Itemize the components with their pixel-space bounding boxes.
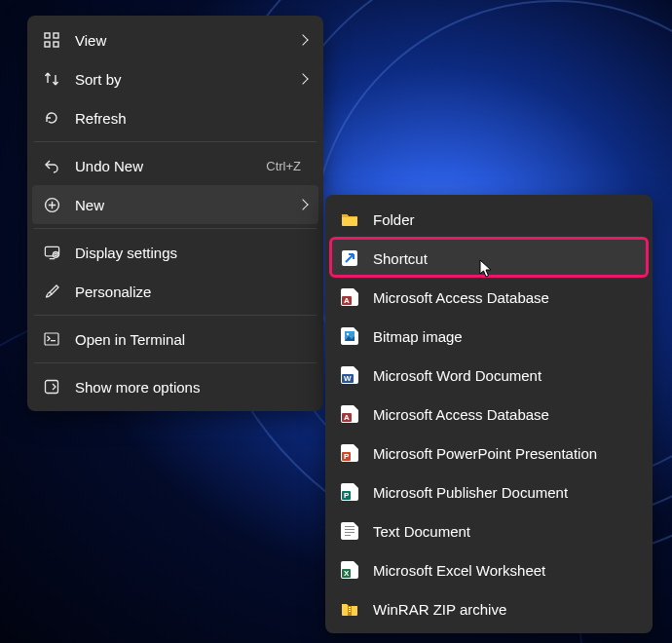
chevron-right-icon (297, 73, 308, 84)
svg-rect-1 (54, 33, 58, 38)
svg-rect-0 (45, 33, 50, 38)
submenu-item-label: Microsoft Access Database (373, 406, 636, 423)
menu-item-new[interactable]: New (32, 185, 318, 224)
svg-rect-20 (349, 609, 351, 610)
menu-item-view[interactable]: View (32, 20, 318, 59)
menu-separator (34, 362, 317, 363)
menu-separator (34, 315, 317, 316)
menu-item-label: View (75, 32, 299, 49)
submenu-item-excel[interactable]: X Microsoft Excel Worksheet (330, 550, 648, 589)
new-submenu: Folder Shortcut A Microsoft Access Datab… (325, 195, 653, 633)
bitmap-icon (340, 326, 359, 346)
svg-rect-16 (345, 532, 355, 533)
submenu-item-bitmap[interactable]: Bitmap image (330, 317, 648, 356)
menu-item-label: Show more options (75, 379, 307, 396)
submenu-item-label: Microsoft PowerPoint Presentation (373, 445, 636, 462)
submenu-item-powerpoint[interactable]: P Microsoft PowerPoint Presentation (330, 434, 648, 473)
menu-item-undo[interactable]: Undo New Ctrl+Z (32, 146, 318, 185)
word-icon: W (340, 365, 359, 385)
sort-icon (42, 69, 61, 89)
svg-rect-3 (54, 42, 58, 47)
grid-icon (42, 30, 61, 50)
menu-item-label: Display settings (75, 245, 307, 261)
menu-item-personalize[interactable]: Personalize (32, 272, 318, 311)
chevron-right-icon (297, 34, 308, 45)
submenu-item-label: Microsoft Access Database (373, 289, 636, 306)
menu-item-label: Undo New (75, 158, 266, 174)
menu-item-show-more[interactable]: Show more options (32, 367, 318, 406)
menu-separator (34, 228, 317, 229)
display-icon (42, 243, 61, 262)
more-icon (42, 377, 61, 397)
submenu-item-label: Microsoft Word Document (373, 367, 636, 384)
excel-icon: X (340, 560, 359, 580)
submenu-item-label: Text Document (373, 523, 636, 540)
submenu-item-label: Bitmap image (373, 328, 636, 345)
submenu-item-label: Microsoft Publisher Document (373, 484, 636, 501)
access-icon: A (340, 287, 359, 307)
menu-item-shortcut: Ctrl+Z (266, 159, 301, 173)
submenu-item-label: Shortcut (373, 250, 636, 267)
zip-icon (340, 599, 359, 619)
submenu-item-label: Microsoft Excel Worksheet (373, 562, 636, 579)
svg-rect-2 (45, 42, 50, 47)
svg-rect-15 (345, 529, 355, 530)
menu-item-label: Refresh (75, 110, 307, 127)
svg-rect-9 (51, 340, 56, 341)
submenu-item-folder[interactable]: Folder (330, 200, 648, 239)
terminal-icon (42, 329, 61, 349)
undo-icon (42, 156, 61, 175)
chevron-right-icon (297, 199, 308, 209)
refresh-icon (42, 108, 61, 128)
svg-rect-21 (349, 611, 351, 612)
access-icon: A (340, 404, 359, 424)
desktop-context-menu: View Sort by Refresh Undo New Ctrl+Z (27, 16, 323, 411)
menu-item-label: Open in Terminal (75, 331, 307, 348)
svg-rect-19 (349, 607, 351, 608)
menu-item-sort[interactable]: Sort by (32, 59, 318, 98)
menu-item-label: New (75, 197, 299, 213)
submenu-item-label: Folder (373, 211, 636, 228)
folder-icon (340, 209, 359, 229)
menu-item-label: Sort by (75, 71, 299, 88)
submenu-item-shortcut[interactable]: Shortcut (330, 239, 648, 278)
publisher-icon: P (340, 482, 359, 502)
submenu-item-text[interactable]: Text Document (330, 511, 648, 550)
menu-item-label: Personalize (75, 284, 307, 300)
plus-icon (42, 195, 61, 214)
menu-item-display-settings[interactable]: Display settings (32, 233, 318, 272)
submenu-item-access[interactable]: A Microsoft Access Database (330, 278, 648, 317)
menu-item-refresh[interactable]: Refresh (32, 98, 318, 137)
brush-icon (42, 282, 61, 301)
text-icon (340, 521, 359, 541)
shortcut-icon (340, 248, 359, 268)
svg-rect-17 (345, 535, 351, 536)
submenu-item-access2[interactable]: A Microsoft Access Database (330, 395, 648, 434)
submenu-item-word[interactable]: W Microsoft Word Document (330, 356, 648, 395)
menu-separator (34, 141, 317, 142)
submenu-item-zip[interactable]: WinRAR ZIP archive (330, 589, 648, 628)
svg-point-13 (347, 333, 349, 335)
menu-item-open-terminal[interactable]: Open in Terminal (32, 320, 318, 359)
submenu-item-label: WinRAR ZIP archive (373, 601, 636, 618)
svg-rect-14 (345, 526, 355, 527)
submenu-item-publisher[interactable]: P Microsoft Publisher Document (330, 473, 648, 511)
svg-rect-8 (45, 333, 58, 345)
powerpoint-icon: P (340, 443, 359, 463)
